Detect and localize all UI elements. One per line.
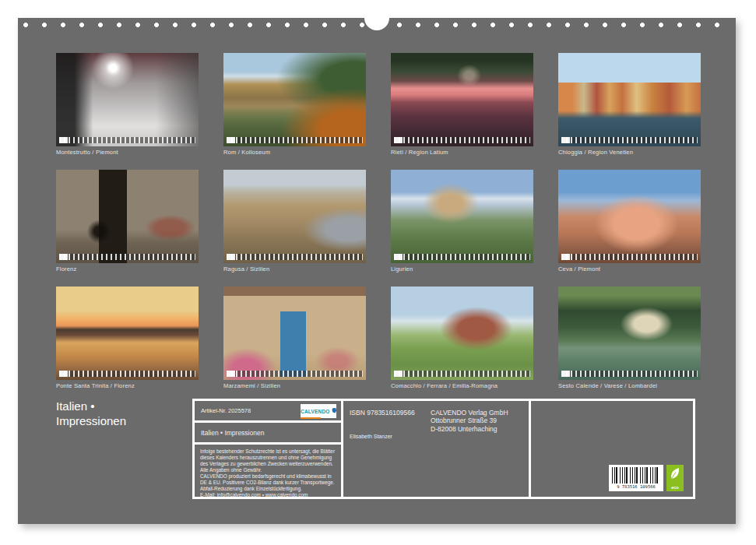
thumbnail-caption: Sesto Calende / Varese / Lombardei xyxy=(558,382,701,389)
publisher-city: D-82008 Unterhaching xyxy=(431,425,508,433)
thumbnail-caption: Montestrutto / Piemont xyxy=(56,149,199,156)
thumbnail-montestrutto: Montestrutto / Piemont xyxy=(56,53,199,170)
info-box-middle-column: ISBN 9783516109566 CALVENDO Verlag GmbH … xyxy=(343,401,529,497)
thumbnail-image-sesto-calende xyxy=(558,287,701,380)
thumbnail-ragusa: Ragusa / Sizilien xyxy=(223,170,366,287)
thumbnail-rieti: Rieti / Region Latium xyxy=(391,53,533,170)
publisher-address: CALVENDO Verlag GmbH Ottobrunner Straße … xyxy=(431,409,508,433)
article-number-cell: Artikel-Nr. 2025578 CALVENDO xyxy=(195,401,341,420)
isbn: ISBN 9783516109566 xyxy=(350,409,415,417)
thumbnail-image-rieti xyxy=(391,53,533,146)
thumbnail-image-ragusa xyxy=(223,170,366,263)
thumbnail-image-rom xyxy=(223,53,366,146)
thumbnail-image-marzamemi xyxy=(223,287,366,380)
thumbnail-ligurien: Ligurien xyxy=(391,170,533,287)
barcode-digits: 9 783516 109566 xyxy=(609,484,663,489)
legal-text: Infolge bestehender Schutzrechte ist es … xyxy=(195,445,341,497)
info-box-left-column: Artikel-Nr. 2025578 CALVENDO Italien • I… xyxy=(195,401,341,497)
thumbnail-ceva: Ceva / Piemont xyxy=(558,170,701,287)
thumbnail-ponte-santa-trinita: Ponte Santa Trinita / Florenz xyxy=(56,287,199,403)
page-title: Italien • Impressionen xyxy=(56,399,126,429)
calendar-back-page: Montestrutto / Piemont Rom / Kolloseum R… xyxy=(18,18,736,524)
thumbnail-image-ponte-santa-trinita xyxy=(56,287,199,380)
thumbnail-rom: Rom / Kolloseum xyxy=(223,53,366,170)
thumbnail-image-comacchio xyxy=(391,287,533,380)
thumbnail-chioggia: Chioggia / Region Venetien xyxy=(558,53,701,170)
thumbnail-caption: Florenz xyxy=(56,265,199,272)
info-box-right-column: 9 783516 109566 eco xyxy=(531,401,693,497)
calendar-title-cell: Italien • Impressionen xyxy=(195,423,341,442)
thumbnail-caption: Chioggia / Region Venetien xyxy=(558,149,701,156)
thumbnail-image-florenz xyxy=(56,170,199,263)
publisher-street: Ottobrunner Straße 39 xyxy=(431,417,508,424)
thumbnail-caption: Ponte Santa Trinita / Florenz xyxy=(56,382,199,389)
thumbnail-image-chioggia xyxy=(558,53,701,146)
calvendo-tagline-bar xyxy=(301,417,321,419)
thumbnail-image-ceva xyxy=(558,170,701,263)
publisher-name: CALVENDO Verlag GmbH xyxy=(431,409,508,417)
page-title-line1: Italien • xyxy=(56,399,126,414)
thumbnail-caption: Ceva / Piemont xyxy=(558,265,701,272)
thumbnail-comacchio: Comacchio / Ferrara / Emilia-Romagna xyxy=(391,287,533,403)
thumbnail-sesto-calende: Sesto Calende / Varese / Lombardei xyxy=(558,287,701,403)
thumbnail-marzamemi: Marzamemi / Sizilien xyxy=(223,287,366,403)
thumbnail-florenz: Florenz xyxy=(56,170,199,287)
calvendo-logo-text: CALVENDO xyxy=(301,403,330,419)
barcode: 9 783516 109566 xyxy=(609,465,663,491)
thumbnail-image-ligurien xyxy=(391,170,533,263)
calvendo-bavaria-icon xyxy=(332,406,336,416)
thumbnail-caption: Rieti / Region Latium xyxy=(391,149,533,156)
hanger-notch xyxy=(364,5,389,30)
article-number: Artikel-Nr. 2025578 xyxy=(201,407,251,414)
author-name: Elisabeth Stanzer xyxy=(350,434,392,439)
thumbnail-caption: Ragusa / Sizilien xyxy=(223,265,366,272)
barcode-bars xyxy=(612,467,660,483)
thumbnail-caption: Marzamemi / Sizilien xyxy=(223,382,366,389)
page-title-line2: Impressionen xyxy=(56,414,126,429)
thumbnail-caption: Comacchio / Ferrara / Emilia-Romagna xyxy=(391,382,533,389)
thumbnail-caption: Rom / Kolloseum xyxy=(223,149,366,156)
info-box: Artikel-Nr. 2025578 CALVENDO Italien • I… xyxy=(192,399,695,499)
calvendo-logo: CALVENDO xyxy=(301,404,336,418)
thumbnail-caption: Ligurien xyxy=(391,265,533,272)
eco-label: eco xyxy=(671,485,678,490)
calendar-title: Italien • Impressionen xyxy=(201,429,264,437)
eco-leaf-icon xyxy=(669,467,681,484)
thumbnail-grid: Montestrutto / Piemont Rom / Kolloseum R… xyxy=(56,53,701,403)
thumbnail-image-montestrutto xyxy=(56,53,199,146)
eco-badge: eco xyxy=(666,465,684,491)
